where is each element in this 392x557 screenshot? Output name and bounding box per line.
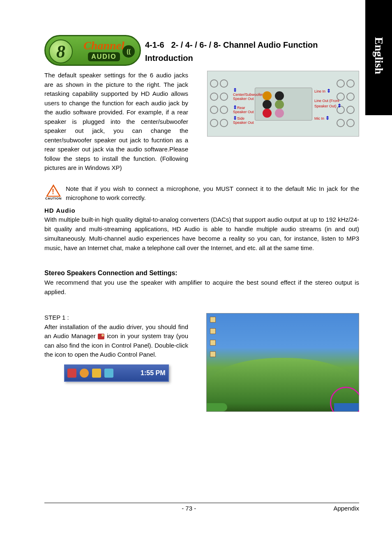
audio-jack-block [255, 88, 312, 121]
section-number: 4-1-6 [145, 40, 164, 49]
arrow-icon: ⇕ [233, 87, 237, 93]
system-tray-screenshot: 1:55 PM [64, 364, 169, 382]
language-tab: English [365, 0, 392, 115]
hd-audio-text: With multiple built-in high quality digi… [44, 215, 359, 253]
intro-paragraph: The default speaker settings for the 6 a… [44, 71, 188, 173]
tray-icon-3 [92, 369, 101, 378]
label-line-in: Line In ⇕ [314, 88, 339, 94]
jack-line-out [275, 100, 284, 109]
hd-audio-heading: HD Audio [44, 207, 359, 214]
jack-side [275, 109, 284, 118]
audio-manager-icon [98, 334, 104, 339]
jack-rear [263, 100, 272, 109]
intro-row: The default speaker settings for the 6 a… [44, 71, 359, 173]
label-side: ⇕Side Speaker Out [233, 116, 256, 125]
arrow-icon: ⇕ [327, 88, 331, 94]
tray-clock: 1:55 PM [141, 368, 165, 378]
desktop-screenshot [206, 313, 359, 412]
logo-line1: Channel [83, 40, 125, 51]
stereo-text: We recommend that you use the speaker wi… [44, 278, 359, 297]
step1-label: STEP 1 : [44, 313, 188, 323]
caution-text: Note that if you wish to connect a micro… [66, 184, 359, 203]
caution-label: CAUTION [44, 197, 62, 200]
page-number: - 73 - [182, 505, 196, 512]
arrow-icon: ⇕ [233, 104, 237, 110]
tray-icon-1 [67, 369, 76, 378]
desktop-icon [210, 351, 216, 357]
page-footer: - 73 - Appendix [44, 503, 359, 512]
jack-mic [263, 109, 272, 118]
desktop-icon [210, 317, 216, 323]
step1-row: STEP 1 : After installation of the audio… [44, 313, 359, 412]
jack-column-left [210, 77, 230, 130]
logo-line2: AUDIO [88, 52, 120, 61]
jack-line-in [275, 91, 284, 100]
page-content: 8 Channel AUDIO (( 4-1-6 2- / 4- / 6- / … [44, 35, 359, 508]
label-rear: ⇕Rear Speaker Out [233, 105, 256, 114]
desktop-icon [210, 340, 216, 346]
logo-digit: 8 [49, 39, 73, 63]
step1-text: STEP 1 : After installation of the audio… [44, 313, 188, 382]
arrow-icon: ⇕ [337, 103, 341, 109]
stereo-heading: Stereo Speakers Connection and Settings: [44, 269, 359, 277]
audio-jack-diagram: ⇕Center/Subwoofer Speaker Out ⇕Rear Spea… [207, 71, 359, 137]
caution-icon: CAUTION [44, 184, 62, 200]
arrow-icon: ⇕ [325, 115, 330, 121]
label-line-out: Line Out (Front Speaker Out) ⇕ [314, 99, 343, 109]
tray-icon-2 [80, 369, 89, 378]
arrow-icon: ⇕ [233, 115, 237, 121]
label-mic-in: Mic In ⇕ [314, 116, 339, 121]
footer-section: Appendix [333, 505, 359, 512]
jack-center-sub [263, 91, 272, 100]
start-button [207, 403, 227, 411]
language-label: English [372, 37, 385, 74]
label-center-sub: ⇕Center/Subwoofer Speaker Out [233, 88, 256, 101]
caution-block: CAUTION Note that if you wish to connect… [44, 184, 359, 203]
logo-speaker-icon: (( [122, 45, 135, 58]
tray-audio-icon [104, 369, 113, 378]
channel-audio-logo: 8 Channel AUDIO (( [44, 35, 141, 66]
desktop-icon [210, 328, 216, 334]
logo-text: Channel AUDIO [83, 40, 125, 61]
section-title-text: 2- / 4- / 6- / 8- Channel Audio Function… [145, 40, 318, 63]
